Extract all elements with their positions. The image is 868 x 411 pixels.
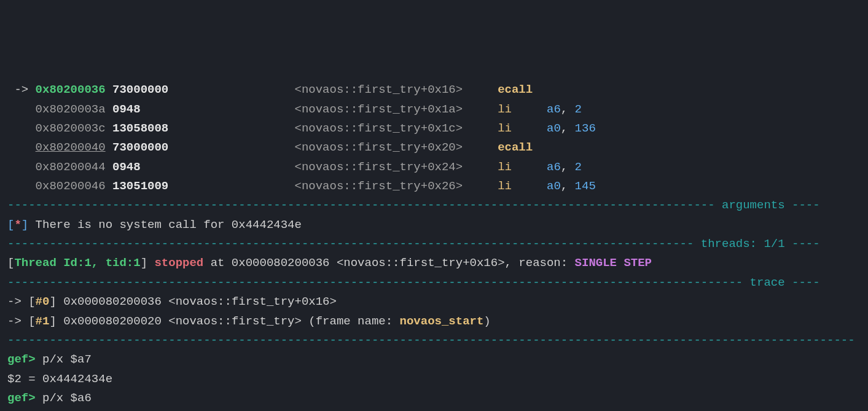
immediate: 2 xyxy=(575,160,582,174)
frame-number: #1 xyxy=(36,315,50,328)
frame-name: novaos_start xyxy=(400,315,484,328)
command-input[interactable]: p/x $a7 xyxy=(36,353,92,366)
address: 0x80200044 xyxy=(36,160,106,174)
register: a0 xyxy=(547,122,561,135)
thread-status: [Thread Id:1, tid:1] stopped at 0x000080… xyxy=(7,254,861,273)
command-line: gef> p/x $a7 xyxy=(7,350,861,369)
terminal-output: -> 0x80200036 73000000 <novaos::first_tr… xyxy=(7,80,861,411)
dashes: ----------------------------------------… xyxy=(7,276,750,289)
mnemonic: ecall xyxy=(498,83,533,96)
current-arrow xyxy=(7,103,36,116)
disasm-row: -> 0x80200036 73000000 <novaos::first_tr… xyxy=(7,80,861,100)
thread-id: Thread Id:1, tid:1 xyxy=(14,256,140,270)
section-label-threads: threads: 1/1 xyxy=(701,237,785,251)
mnemonic: li xyxy=(498,160,547,174)
frame-location: 0x000080200036 <novaos::first_try+0x16> xyxy=(63,295,337,308)
dashes: ---- xyxy=(785,276,820,289)
opcode: 73000000 xyxy=(112,141,294,154)
current-arrow xyxy=(7,179,36,193)
current-arrow xyxy=(7,160,36,174)
disasm-row: 0x80200046 13051009 <novaos::first_try+0… xyxy=(7,177,861,196)
immediate: 136 xyxy=(575,122,596,135)
register: a0 xyxy=(547,179,561,193)
command-output: $3 = 0x2 xyxy=(7,408,861,411)
trace-row: -> [#0] 0x000080200036 <novaos::first_tr… xyxy=(7,292,861,311)
current-arrow xyxy=(7,141,36,154)
frame-number: #0 xyxy=(36,295,50,308)
opcode: 0948 xyxy=(112,103,294,116)
section-divider-arguments: ----------------------------------------… xyxy=(7,196,861,215)
command-output: $2 = 0x4442434e xyxy=(7,370,861,389)
mnemonic: li xyxy=(498,103,547,116)
opcode: 0948 xyxy=(112,160,294,174)
section-divider-trace: ----------------------------------------… xyxy=(7,273,861,292)
command-input[interactable]: p/x $a6 xyxy=(36,391,92,405)
trace-row: -> [#1] 0x000080200020 <novaos::first_tr… xyxy=(7,312,861,331)
mnemonic: li xyxy=(498,179,547,193)
symbol: <novaos::first_try+0x20> xyxy=(295,141,498,154)
stop-location: at 0x000080200036 <novaos::first_try+0x1… xyxy=(203,256,574,270)
dashes: ----------------------------------------… xyxy=(7,198,722,212)
syscall-text: There is no system call for 0x4442434e xyxy=(28,218,302,232)
register: a6 xyxy=(547,160,561,174)
frame-location: 0x000080200020 <novaos::first_try> (fram… xyxy=(63,315,399,328)
disasm-row: 0x8020003a 0948 <novaos::first_try+0x1a>… xyxy=(7,100,861,119)
dashes: ---- xyxy=(785,198,820,212)
symbol: <novaos::first_try+0x1c> xyxy=(295,122,498,135)
disasm-row: 0x80200044 0948 <novaos::first_try+0x24>… xyxy=(7,158,861,177)
register: a6 xyxy=(547,103,561,116)
command-line: gef> p/x $a6 xyxy=(7,389,861,408)
stopped-label: stopped xyxy=(147,256,203,270)
opcode: 73000000 xyxy=(112,83,294,96)
disasm-row: 0x80200040 73000000 <novaos::first_try+0… xyxy=(7,138,861,157)
symbol: <novaos::first_try+0x26> xyxy=(295,179,498,193)
symbol: <novaos::first_try+0x16> xyxy=(295,83,498,96)
symbol: <novaos::first_try+0x24> xyxy=(295,160,498,174)
star-icon: * xyxy=(14,218,21,232)
output-value: $2 = 0x4442434e xyxy=(7,372,112,386)
address: 0x80200040 xyxy=(36,141,106,154)
address: 0x8020003a xyxy=(36,103,106,116)
gef-prompt[interactable]: gef> xyxy=(7,391,36,405)
address: 0x80200046 xyxy=(36,179,106,193)
mnemonic: li xyxy=(498,122,547,135)
symbol: <novaos::first_try+0x1a> xyxy=(295,103,498,116)
section-label-trace: trace xyxy=(750,276,785,289)
opcode: 13058008 xyxy=(112,122,294,135)
current-arrow xyxy=(7,122,36,135)
dashes: ----------------------------------------… xyxy=(7,237,701,251)
immediate: 145 xyxy=(575,179,596,193)
dashes: ----------------------------------------… xyxy=(7,334,855,347)
section-label-arguments: arguments xyxy=(722,198,785,212)
divider: ----------------------------------------… xyxy=(7,331,861,350)
address: 0x8020003c xyxy=(36,122,106,135)
syscall-message: [*] There is no system call for 0x444243… xyxy=(7,216,861,235)
section-divider-threads: ----------------------------------------… xyxy=(7,235,861,254)
dashes: ---- xyxy=(785,237,820,251)
address: 0x80200036 xyxy=(36,83,106,96)
immediate: 2 xyxy=(575,103,582,116)
opcode: 13051009 xyxy=(112,179,294,193)
stop-reason: SINGLE STEP xyxy=(575,256,652,270)
disasm-row: 0x8020003c 13058008 <novaos::first_try+0… xyxy=(7,119,861,138)
mnemonic: ecall xyxy=(498,141,533,154)
current-arrow: -> xyxy=(7,83,36,96)
gef-prompt[interactable]: gef> xyxy=(7,353,36,366)
